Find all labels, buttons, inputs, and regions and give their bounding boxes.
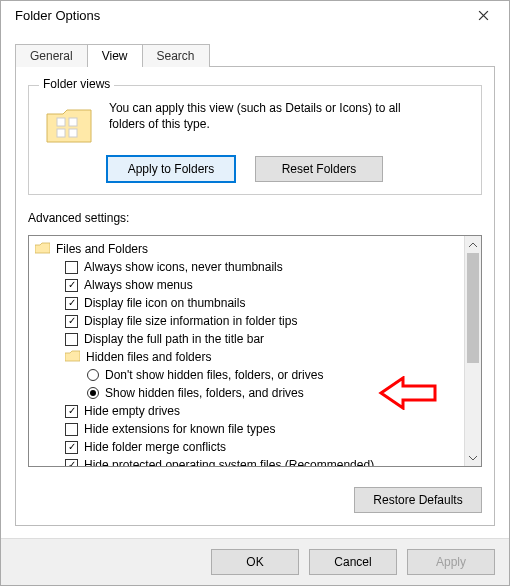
advanced-settings-label: Advanced settings:: [28, 211, 482, 225]
checkbox-icon[interactable]: [65, 441, 78, 454]
tab-view[interactable]: View: [87, 44, 143, 67]
tree-item-10[interactable]: Hide folder merge conflicts: [31, 438, 462, 456]
tree-item-label: Hide folder merge conflicts: [84, 440, 226, 454]
folder-views-description: You can apply this view (such as Details…: [109, 100, 439, 132]
titlebar: Folder Options: [1, 1, 509, 30]
scroll-track[interactable]: [465, 253, 481, 449]
svg-rect-2: [57, 129, 65, 137]
checkbox-icon[interactable]: [65, 261, 78, 274]
ok-label: OK: [246, 555, 263, 569]
chevron-down-icon: [469, 455, 477, 461]
tree-root-files-and-folders[interactable]: Files and Folders: [31, 240, 462, 258]
tree-item-label: Display file icon on thumbnails: [84, 296, 245, 310]
close-button[interactable]: [463, 2, 503, 30]
tab-panel-view: Folder views You can apply this view (su…: [15, 66, 495, 526]
tree-item-label: Always show menus: [84, 278, 193, 292]
checkbox-icon[interactable]: [65, 423, 78, 436]
svg-rect-1: [69, 118, 77, 126]
folder-icon: [35, 242, 50, 257]
folder-icon: [45, 106, 93, 146]
apply-button[interactable]: Apply: [407, 549, 495, 575]
folder-options-window: Folder Options General View Search Folde…: [0, 0, 510, 586]
tree-item-label: Hide empty drives: [84, 404, 180, 418]
ok-button[interactable]: OK: [211, 549, 299, 575]
client-area: General View Search Folder views You can…: [1, 30, 509, 538]
apply-label: Apply: [436, 555, 466, 569]
tree-item-label: Don't show hidden files, folders, or dri…: [105, 368, 323, 382]
tree-item-3[interactable]: Display file size information in folder …: [31, 312, 462, 330]
checkbox-icon[interactable]: [65, 315, 78, 328]
reset-folders-button[interactable]: Reset Folders: [255, 156, 383, 182]
window-title: Folder Options: [15, 8, 100, 23]
tab-strip: General View Search: [15, 40, 495, 66]
tree-item-7[interactable]: Show hidden files, folders, and drives: [31, 384, 462, 402]
checkbox-icon[interactable]: [65, 333, 78, 346]
apply-to-folders-button[interactable]: Apply to Folders: [107, 156, 235, 182]
checkbox-icon[interactable]: [65, 297, 78, 310]
folder-views-legend: Folder views: [39, 77, 114, 91]
tree-item-label: Display the full path in the title bar: [84, 332, 264, 346]
tree-item-label: Hide protected operating system files (R…: [84, 458, 374, 466]
tree-item-1[interactable]: Always show menus: [31, 276, 462, 294]
cancel-button[interactable]: Cancel: [309, 549, 397, 575]
close-icon: [478, 10, 489, 21]
tree-item-label: Hidden files and folders: [86, 350, 211, 364]
svg-rect-0: [57, 118, 65, 126]
tree-item-label: Hide extensions for known file types: [84, 422, 275, 436]
scroll-down-button[interactable]: [465, 449, 481, 466]
restore-defaults-button[interactable]: Restore Defaults: [354, 487, 482, 513]
radio-icon[interactable]: [87, 387, 99, 399]
checkbox-icon[interactable]: [65, 459, 78, 467]
scroll-up-button[interactable]: [465, 236, 481, 253]
tab-search[interactable]: Search: [142, 44, 210, 67]
folder-views-group: Folder views You can apply this view (su…: [28, 85, 482, 195]
tree-item-2[interactable]: Display file icon on thumbnails: [31, 294, 462, 312]
folder-icon: [65, 350, 80, 365]
tree-item-6[interactable]: Don't show hidden files, folders, or dri…: [31, 366, 462, 384]
tree-item-11[interactable]: Hide protected operating system files (R…: [31, 456, 462, 466]
tab-general[interactable]: General: [15, 44, 88, 67]
tree-body: Files and FoldersAlways show icons, neve…: [29, 236, 464, 466]
tree-item-0[interactable]: Always show icons, never thumbnails: [31, 258, 462, 276]
scroll-thumb[interactable]: [467, 253, 479, 363]
apply-to-folders-label: Apply to Folders: [128, 162, 215, 176]
tree-item-4[interactable]: Display the full path in the title bar: [31, 330, 462, 348]
checkbox-icon[interactable]: [65, 405, 78, 418]
tree-root-label: Files and Folders: [56, 242, 148, 256]
dialog-button-row: OK Cancel Apply: [1, 538, 509, 585]
advanced-settings-tree[interactable]: Files and FoldersAlways show icons, neve…: [28, 235, 482, 467]
restore-defaults-label: Restore Defaults: [373, 493, 462, 507]
tree-item-label: Always show icons, never thumbnails: [84, 260, 283, 274]
tree-item-8[interactable]: Hide empty drives: [31, 402, 462, 420]
vertical-scrollbar[interactable]: [464, 236, 481, 466]
tree-item-label: Display file size information in folder …: [84, 314, 297, 328]
reset-folders-label: Reset Folders: [282, 162, 357, 176]
chevron-up-icon: [469, 242, 477, 248]
tree-item-5[interactable]: Hidden files and folders: [31, 348, 462, 366]
tree-item-9[interactable]: Hide extensions for known file types: [31, 420, 462, 438]
tree-item-label: Show hidden files, folders, and drives: [105, 386, 304, 400]
checkbox-icon[interactable]: [65, 279, 78, 292]
radio-icon[interactable]: [87, 369, 99, 381]
svg-rect-3: [69, 129, 77, 137]
cancel-label: Cancel: [334, 555, 371, 569]
